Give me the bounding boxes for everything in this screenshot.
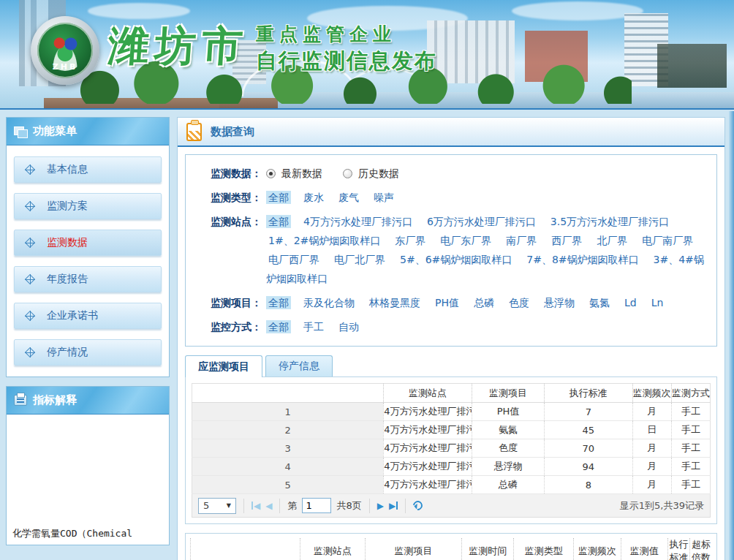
column-header — [192, 384, 384, 403]
filter-option-link[interactable]: 汞及化合物 — [301, 296, 357, 309]
page-size-select[interactable]: 5 ▼ — [198, 498, 236, 514]
cell-station: 4万方污水处理厂排污口 — [384, 458, 472, 476]
filter-option-link[interactable]: 5#、6#锅炉烟囱取样口 — [398, 253, 514, 266]
radio-icon — [266, 169, 276, 178]
first-page-button[interactable]: ◀ — [251, 501, 260, 511]
pagination-separator — [243, 499, 244, 513]
data-table-head: 监测站点监测项目监测时间监测类型监测频次监测值执行标准超标倍数 — [191, 538, 713, 560]
building-decoration — [657, 44, 727, 88]
filter-option-link[interactable]: 电厂南厂界 — [640, 234, 695, 247]
page-title: 数据查询 — [211, 125, 254, 139]
filter-option-link[interactable]: Ld — [622, 296, 639, 309]
method-filter-options: 全部手工自动 — [262, 317, 706, 336]
tab-label: 应监测项目 — [198, 360, 249, 374]
indicator-panel: 指标解释 化学需氧量COD（Chemical — [6, 386, 170, 545]
radio-label: 最新数据 — [281, 164, 322, 183]
sidebar-menu-item[interactable]: 监测数据 — [14, 230, 162, 256]
refresh-icon[interactable] — [412, 499, 425, 512]
function-menu-list: 基本信息 监测方案 监测数据 年度报告 — [7, 145, 169, 377]
plan-table-body: 1 4万方污水处理厂排污口 PH值 7 月 手工 2 4万方污水处理厂排污口 氨… — [192, 403, 711, 494]
compass-icon — [25, 238, 35, 248]
filter-option-link[interactable]: 电厂北厂界 — [332, 253, 387, 266]
filter-option-link[interactable]: 北厂界 — [594, 234, 629, 247]
filter-option-link[interactable]: PH值 — [433, 296, 461, 309]
filter-option-link[interactable]: 7#、8#锅炉烟囱取样口 — [524, 253, 640, 266]
tab[interactable]: 停产信息 — [265, 355, 333, 377]
table-row: 2 4万方污水处理厂排污口 氨氮 45 日 手工 — [192, 421, 711, 439]
indicator-title: 指标解释 — [33, 393, 77, 407]
filter-row-method: 监控方式： 全部手工自动 — [211, 317, 706, 336]
cell-standard: 8 — [545, 476, 633, 494]
filter-option-link[interactable]: 林格曼黑度 — [367, 296, 423, 309]
filter-option-link[interactable]: 悬浮物 — [542, 296, 577, 309]
last-page-button[interactable]: ▶ — [389, 501, 398, 511]
filter-option-link[interactable]: 南厂界 — [504, 234, 539, 247]
table-header-row: 监测站点监测项目执行标准监测频次监测方式 — [192, 384, 711, 403]
arrow-right-icon: ▶ — [377, 501, 384, 511]
filter-option-link[interactable]: 色度 — [507, 296, 531, 309]
filter-option-link[interactable]: 废气 — [336, 191, 361, 204]
banner-titles: 潍坊市 重点监管企业 自行监测信息发布 — [108, 19, 437, 76]
first-page-bar-icon — [251, 502, 253, 510]
indicator-body: 化学需氧量COD（Chemical — [7, 415, 169, 545]
filter-option-link[interactable]: 3.5万方污水处理厂排污口 — [548, 215, 671, 228]
radio-option[interactable]: 最新数据 — [266, 164, 322, 183]
sidebar-menu-item[interactable]: 年度报告 — [14, 266, 162, 292]
filter-option-link[interactable]: 西厂界 — [549, 234, 584, 247]
cloud-decoration — [512, 1, 643, 20]
windows-icon — [14, 126, 27, 137]
column-header: 监测时间 — [462, 538, 514, 560]
zhb-logo-emblem: ZHB — [37, 23, 93, 78]
filter-option-link[interactable]: 全部 — [266, 191, 291, 204]
sidebar-menu-item[interactable]: 基本信息 — [14, 156, 162, 183]
filter-option-link[interactable]: 自动 — [336, 320, 361, 333]
pagination-summary: 显示1到5,共39记录 — [620, 499, 704, 512]
filter-panel: 监测数据： 最新数据 历史数据 监 — [185, 154, 717, 347]
filter-option-link[interactable]: 噪声 — [371, 191, 396, 204]
filter-option-link[interactable]: 电厂西厂界 — [266, 253, 322, 266]
filter-option-link[interactable]: 4万方污水处理厂排污口 — [301, 215, 415, 228]
next-page-button[interactable]: ▶ — [377, 501, 384, 511]
filter-option-link[interactable]: 6万方污水处理厂排污口 — [425, 215, 538, 228]
filter-row-item: 监测项目： 全部汞及化合物林格曼黑度PH值总磷色度悬浮物氨氮LdLn — [211, 293, 706, 312]
filter-option-link[interactable]: 氨氮 — [587, 296, 612, 309]
filter-label-item: 监测项目： — [211, 293, 262, 312]
filter-option-link[interactable]: 电厂东厂界 — [438, 234, 493, 247]
page-number-input[interactable] — [302, 498, 331, 513]
row-number: 1 — [192, 403, 384, 421]
filter-option-link[interactable]: 全部 — [266, 320, 291, 333]
cell-frequency: 月 — [632, 476, 671, 494]
filter-option-link[interactable]: 总磷 — [472, 296, 496, 309]
compass-icon — [25, 274, 35, 284]
sidebar-menu-item[interactable]: 停产情况 — [14, 339, 162, 366]
prev-page-button[interactable]: ◀ — [265, 501, 272, 511]
row-number: 4 — [192, 458, 384, 476]
arrow-left-icon: ◀ — [254, 501, 260, 511]
row-number: 2 — [192, 421, 384, 439]
filter-option-link[interactable]: Ln — [649, 296, 666, 309]
filter-option-link[interactable]: 废水 — [301, 191, 326, 204]
filter-row-station: 监测站点： 全部4万方污水处理厂排污口6万方污水处理厂排污口3.5万方污水处理厂… — [211, 212, 706, 288]
table-row: 4 4万方污水处理厂排污口 悬浮物 94 月 手工 — [192, 458, 711, 476]
column-header: 监测站点 — [300, 538, 365, 560]
cell-method: 手工 — [671, 421, 710, 439]
filter-option-link[interactable]: 全部 — [266, 215, 291, 228]
clipboard-icon — [186, 123, 202, 141]
page-right-edge — [729, 111, 734, 560]
cell-standard: 7 — [545, 403, 633, 421]
cell-method: 手工 — [671, 476, 710, 494]
cell-frequency: 月 — [632, 439, 671, 458]
compass-icon — [25, 347, 35, 357]
radio-option[interactable]: 历史数据 — [343, 164, 399, 183]
cell-station: 4万方污水处理厂排污口 — [384, 476, 472, 494]
station-filter-options: 全部4万方污水处理厂排污口6万方污水处理厂排污口3.5万方污水处理厂排污口1#、… — [262, 212, 706, 288]
filter-option-link[interactable]: 手工 — [301, 320, 326, 333]
filter-option-link[interactable]: 东厂界 — [393, 234, 428, 247]
sidebar-menu-item[interactable]: 企业承诺书 — [14, 303, 162, 329]
filter-option-link[interactable]: 全部 — [266, 296, 291, 309]
tab[interactable]: 应监测项目 — [185, 355, 262, 377]
sidebar-menu-item[interactable]: 监测方案 — [14, 193, 162, 219]
cell-item: 色度 — [472, 439, 544, 458]
filter-option-link[interactable]: 1#、2#锅炉烟囱取样口 — [266, 234, 382, 247]
monitoring-plan-table: 监测站点监测项目执行标准监测频次监测方式 1 4万方污水处理厂排污口 PH值 7… — [192, 383, 711, 494]
